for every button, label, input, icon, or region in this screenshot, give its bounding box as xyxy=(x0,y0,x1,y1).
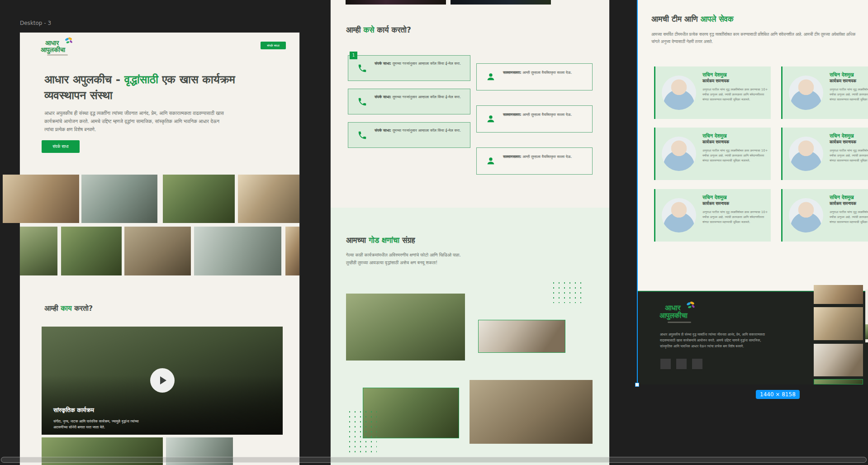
how-we-work-post: कार्य करतो? xyxy=(375,25,411,34)
team-member-role: कार्यक्रम समन्वयक xyxy=(830,79,868,84)
moments-title-post: संग्रह xyxy=(399,236,415,245)
header-contact-button[interactable]: संपर्क साधा xyxy=(261,42,286,49)
team-card[interactable]: सचिन देशमुख कार्यक्रम समन्वयक अनुराधा पा… xyxy=(781,128,868,180)
footer-photo[interactable] xyxy=(814,285,863,304)
selection-size-badge: 1440 × 8158 xyxy=(756,390,800,399)
gallery-photo[interactable] xyxy=(451,0,551,5)
team-member-role: कार्यक्रम समन्वयक xyxy=(702,140,768,145)
team-card[interactable]: सचिन देशमुख कार्यक्रम समन्वयक अनुराधा पा… xyxy=(654,189,771,242)
adjacent-frame-sliver xyxy=(865,289,868,342)
contact-card[interactable]: संपर्क साधा: तुमच्या गरजांनुसार आम्हाला … xyxy=(348,89,470,114)
team-description: आमच्या समर्पित टीममधील प्रत्येक सदस्य वृ… xyxy=(651,31,860,45)
moments-title-highlight: गोड क्षणांचा xyxy=(369,236,399,245)
play-button[interactable] xyxy=(150,368,175,393)
consult-card[interactable]: सल्लामसलत: आम्ही तुम्हाला वैयक्तिकृत सल्… xyxy=(476,105,593,133)
selection-handle[interactable] xyxy=(635,383,639,387)
logo-line1: आधार xyxy=(45,40,81,47)
frame-team-page-selected[interactable]: आमची टीम आणि आपले सेवक आमच्या समर्पित टी… xyxy=(637,0,868,384)
footer-description: आधार अपुलकीच ही संस्था वृद्ध व्यक्तींना … xyxy=(660,332,774,349)
team-member-bio: अनुराधा पाटील यांना वृद्ध व्यक्तींसोबत क… xyxy=(702,210,768,225)
team-member-role: कार्यक्रम समन्वयक xyxy=(830,140,868,145)
butterfly-icon xyxy=(64,37,73,46)
gallery-photo[interactable] xyxy=(163,175,235,223)
moments-photo[interactable] xyxy=(363,388,459,438)
gallery-photo[interactable] xyxy=(61,227,122,275)
team-member-photo xyxy=(789,76,823,110)
consult-card-label: सल्लामसलत: xyxy=(503,112,522,117)
frame-middle-page[interactable]: आम्ही कसे कार्य करतो? 1 संपर्क साधा: तुम… xyxy=(331,0,609,465)
moments-title-pre: आमच्या xyxy=(346,236,369,245)
gallery-photo[interactable] xyxy=(20,227,57,275)
what-we-do-post: करतो? xyxy=(72,304,93,313)
gallery-photo[interactable] xyxy=(238,175,299,223)
team-card[interactable]: सचिन देशमुख कार्यक्रम समन्वयक अनुराधा पा… xyxy=(654,128,771,180)
footer-photo[interactable] xyxy=(814,344,863,376)
hero-description: आधार अपुलकीच ही संस्था वृद्ध व्यक्तींना … xyxy=(44,109,228,134)
contact-card[interactable]: संपर्क साधा: तुमच्या गरजांनुसार आम्हाला … xyxy=(348,122,470,148)
gallery-photo[interactable] xyxy=(3,175,79,223)
team-member-bio: अनुराधा पाटील यांना वृद्ध व्यक्तींसोबत क… xyxy=(830,210,868,225)
gallery-photo[interactable] xyxy=(81,175,157,223)
contact-card-label: संपर्क साधा: xyxy=(375,61,391,66)
hero-contact-button[interactable]: संपर्क साधा xyxy=(42,140,80,153)
site-logo: आधार आपुलकीचा xyxy=(41,40,81,56)
social-placeholder-icon[interactable] xyxy=(660,359,671,369)
phone-icon xyxy=(357,130,367,140)
consult-card-label: सल्लामसलत: xyxy=(503,70,522,75)
butterfly-icon xyxy=(686,301,696,311)
horizontal-scrollbar[interactable] xyxy=(1,457,867,463)
person-icon xyxy=(486,114,496,124)
contact-card-text: संपर्क साधा: तुमच्या गरजांनुसार आम्हाला … xyxy=(375,94,465,100)
frame-desktop-3[interactable]: आधार आपुलकीचा संपर्क साधा आधार अपुलकीच -… xyxy=(20,33,299,465)
team-member-role: कार्यक्रम समन्वयक xyxy=(702,201,768,206)
video-card[interactable]: सांस्कृतिक कार्यक्रम संगीत, नृत्य, नाटक … xyxy=(42,327,283,435)
team-member-name: सचिन देशमुख xyxy=(830,133,868,139)
how-we-work-pre: आम्ही xyxy=(346,25,363,34)
team-card-text: सचिन देशमुख कार्यक्रम समन्वयक अनुराधा पा… xyxy=(830,133,868,164)
team-member-photo xyxy=(662,76,696,110)
consult-card-body: आम्ही तुम्हाला वैयक्तिकृत सल्ला देऊ. xyxy=(522,70,572,75)
team-card-text: सचिन देशमुख कार्यक्रम समन्वयक अनुराधा पा… xyxy=(830,195,868,225)
consult-card-body: आम्ही तुम्हाला वैयक्तिकृत सल्ला देऊ. xyxy=(522,154,572,159)
person-icon xyxy=(486,156,496,166)
moments-photo[interactable] xyxy=(470,380,593,444)
team-member-name: सचिन देशमुख xyxy=(702,72,768,78)
consult-card[interactable]: सल्लामसलत: आम्ही तुम्हाला वैयक्तिकृत सल्… xyxy=(476,63,593,90)
social-placeholder-icon[interactable] xyxy=(692,359,702,369)
social-placeholder-icon[interactable] xyxy=(676,359,687,369)
frame-label-desktop-3[interactable]: Desktop - 3 xyxy=(20,20,51,26)
footer-logo-tagline-mark xyxy=(668,322,691,323)
footer-photo[interactable] xyxy=(814,379,863,384)
contact-card-body: तुमच्या गरजांनुसार आम्हाला कॉल किंवा ई-म… xyxy=(393,61,461,66)
footer-social-row xyxy=(660,359,702,369)
team-card-text: सचिन देशमुख कार्यक्रम समन्वयक अनुराधा पा… xyxy=(702,72,768,103)
logo-tagline-mark xyxy=(47,54,68,56)
moments-description: गेल्या काही कार्यक्रमांमधील अविस्मरणीय क… xyxy=(346,251,467,266)
play-icon xyxy=(160,376,166,384)
consult-card-body: आम्ही तुम्हाला वैयक्तिकृत सल्ला देऊ. xyxy=(522,112,572,117)
what-we-do-pre: आम्ही xyxy=(44,304,61,313)
step-number-badge: 1 xyxy=(350,52,357,59)
gallery-photo[interactable] xyxy=(124,227,191,275)
team-member-name: सचिन देशमुख xyxy=(702,133,768,139)
gallery-photo[interactable] xyxy=(194,227,281,275)
gallery-photo[interactable] xyxy=(285,227,299,275)
team-title-highlight: आपले सेवक xyxy=(701,14,734,24)
consult-card[interactable]: सल्लामसलत: आम्ही तुम्हाला वैयक्तिकृत सल्… xyxy=(476,147,593,175)
hero-title: आधार अपुलकीच - वृद्धांसाठी एक खास कार्यक… xyxy=(44,71,248,103)
moments-photo[interactable] xyxy=(346,294,465,361)
team-card[interactable]: सचिन देशमुख कार्यक्रम समन्वयक अनुराधा पा… xyxy=(781,66,868,119)
design-canvas[interactable]: Desktop - 3 आधार आपुलकीचा संपर्क साधा आध… xyxy=(0,0,868,465)
team-card[interactable]: सचिन देशमुख कार्यक्रम समन्वयक अनुराधा पा… xyxy=(654,66,771,119)
how-we-work-title: आम्ही कसे कार्य करतो? xyxy=(346,25,411,34)
footer-photo[interactable] xyxy=(814,307,863,340)
team-card[interactable]: सचिन देशमुख कार्यक्रम समन्वयक अनुराधा पा… xyxy=(781,189,868,242)
what-we-do-title: आम्ही काय करतो? xyxy=(44,304,93,313)
contact-card[interactable]: 1 संपर्क साधा: तुमच्या गरजांनुसार आम्हाल… xyxy=(348,55,470,81)
hero-title-pre: आधार अपुलकीच - xyxy=(44,73,124,86)
gallery-photo[interactable] xyxy=(346,0,446,5)
dot-grid-decoration xyxy=(347,409,377,455)
moments-photo[interactable] xyxy=(478,320,565,353)
consult-card-label: सल्लामसलत: xyxy=(503,154,522,159)
video-card-description: संगीत, नृत्य, नाटक आणि पारंपरिक कार्यक्र… xyxy=(53,419,151,430)
